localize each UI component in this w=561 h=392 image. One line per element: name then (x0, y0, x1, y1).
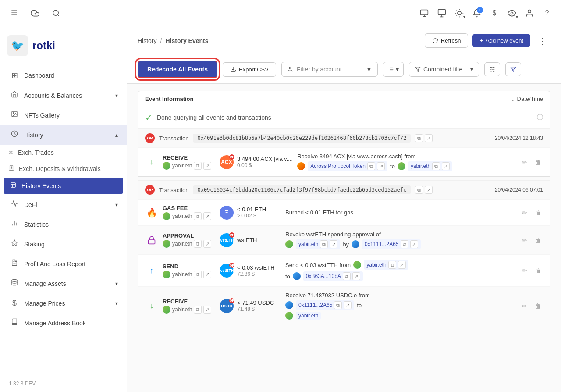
open-send-to[interactable]: ↗ (352, 272, 360, 280)
sidebar-item-staking[interactable]: Staking (0, 234, 127, 254)
token-amount-wsteth-approval: wstETH (237, 237, 257, 243)
eye-icon[interactable]: ▾ (505, 6, 519, 20)
account-avatar-approval (163, 240, 170, 248)
search-icon[interactable] (49, 6, 63, 20)
filter-sort-button[interactable]: ▾ (383, 62, 404, 77)
status-info-icon[interactable]: ⓘ (537, 114, 543, 121)
sidebar-item-prices[interactable]: $ Manage Prices ▾ (0, 293, 127, 313)
copy-usdc-from[interactable]: ⧉ (334, 301, 342, 309)
notification-icon[interactable]: 1 (470, 6, 484, 20)
event-desc-gas: Burned < 0.01 ETH for gas (285, 209, 515, 216)
sidebar-item-address-book[interactable]: Manage Address Book (0, 313, 127, 333)
copy-approval-from[interactable]: ⧉ (320, 240, 328, 248)
sidebar-sub-history-events[interactable]: History Events (4, 178, 123, 194)
edit-event-usdc[interactable]: ✏ (519, 301, 530, 311)
wsteth-send-amount: < 0.03 wstETH (237, 264, 275, 271)
open-acct-approval[interactable]: ↗ (203, 240, 211, 248)
account-icon[interactable] (522, 6, 536, 20)
sidebar-label-accounts: Accounts & Balances (24, 92, 82, 99)
from-avatar (297, 162, 305, 170)
copy-acct-send[interactable]: ⧉ (194, 271, 202, 278)
add-event-button[interactable]: + Add new event (472, 34, 530, 47)
display-icon[interactable] (435, 6, 449, 20)
redecode-button[interactable]: Redecode All Events (138, 61, 217, 78)
open-send-from[interactable]: ↗ (398, 261, 406, 269)
event-token-eth: Ξ < 0.01 ETH > 0.02 $ (220, 206, 281, 220)
column-filter-button[interactable] (484, 62, 500, 76)
delete-event-send[interactable]: 🗑 (533, 265, 543, 276)
copy-hash-2[interactable]: ⧉ (415, 186, 423, 194)
sidebar-item-dashboard[interactable]: ⊞ Dashboard (0, 65, 127, 86)
copy-acct-1[interactable]: ⧉ (194, 162, 202, 170)
eth-usd: > 0.02 $ (237, 213, 266, 219)
filter-account-dropdown[interactable]: Filter by account ▼ (281, 62, 378, 77)
sidebar-item-assets[interactable]: Manage Assets ▾ (0, 274, 127, 293)
active-filter-button[interactable] (505, 62, 521, 76)
copy-from[interactable]: ⧉ (367, 162, 375, 170)
event-row-send: ↑ SEND yabir.eth ⧉ ↗ wstETH OP (138, 254, 550, 286)
open-usdc-from[interactable]: ↗ (344, 301, 352, 309)
delete-event-gas[interactable]: 🗑 (533, 207, 543, 218)
delete-event-usdc[interactable]: 🗑 (533, 301, 543, 311)
open-acct-usdc[interactable]: ↗ (203, 306, 211, 314)
sidebar-sub-exch-trades[interactable]: ✕ Exch. Trades (0, 145, 127, 160)
event-desc-receive-acx: Receive 3494 ACX [via www.across.cash] f… (297, 153, 515, 171)
sidebar-item-statistics[interactable]: Statistics (0, 214, 127, 234)
open-hash-2[interactable]: ↗ (425, 186, 433, 194)
delete-event-approval[interactable]: 🗑 (533, 235, 543, 246)
open-from[interactable]: ↗ (377, 162, 385, 170)
event-actions-receive-usdc: ✏ 🗑 (519, 301, 543, 311)
copy-approval-by[interactable]: ⧉ (401, 240, 408, 248)
events-toolbar: Redecode All Events Export CSV Filter by… (127, 55, 561, 84)
app-layout: 🐦 rotki ⊞ Dashboard Accounts & Balances … (0, 26, 561, 392)
breadcrumb-separator: / (160, 37, 162, 44)
sidebar-item-defi[interactable]: DeFi ▾ (0, 195, 127, 214)
open-approval-by[interactable]: ↗ (410, 240, 418, 248)
code-icon[interactable] (417, 6, 431, 20)
event-account-receive: yabir.eth ⧉ ↗ (163, 162, 215, 170)
svg-point-2 (53, 10, 58, 15)
open-approval-from[interactable]: ↗ (330, 240, 337, 248)
event-label-receive-usdc: RECEIVE (163, 298, 215, 305)
copy-send-to[interactable]: ⧉ (343, 272, 351, 280)
sidebar-item-history[interactable]: History ▴ (0, 125, 127, 145)
breadcrumb-parent[interactable]: History (138, 37, 157, 44)
combined-filter-dropdown[interactable]: Combined filte... ▾ (409, 62, 479, 77)
from-token-name: Across Pro...ocol Token ⧉ ↗ (308, 161, 387, 171)
open-acct-send[interactable]: ↗ (203, 271, 211, 278)
sidebar-item-accounts[interactable]: Accounts & Balances ▾ (0, 86, 127, 105)
sidebar-sub-exch-deposits[interactable]: Exch. Deposits & Withdrawals (0, 160, 127, 177)
app-logo: 🐦 rotki (0, 26, 127, 65)
export-csv-button[interactable]: Export CSV (223, 62, 276, 77)
copy-send-from[interactable]: ⧉ (388, 261, 396, 269)
acx-usd: 0.00 $ (237, 162, 293, 168)
svg-line-11 (457, 10, 457, 11)
nfts-icon (10, 110, 19, 120)
copy-acct-usdc[interactable]: ⧉ (194, 306, 202, 314)
menu-icon[interactable]: ☰ (7, 6, 21, 20)
open-hash-1[interactable]: ↗ (425, 134, 433, 142)
copy-acct-approval[interactable]: ⧉ (194, 240, 202, 248)
currency-icon[interactable]: $ (487, 6, 501, 20)
open-acct-gas[interactable]: ↗ (203, 212, 211, 220)
copy-acct-gas[interactable]: ⧉ (194, 212, 202, 220)
edit-event-send[interactable]: ✏ (519, 265, 530, 276)
more-options-button[interactable]: ⋮ (535, 34, 550, 48)
theme-icon[interactable]: ▾ (452, 6, 466, 20)
refresh-button[interactable]: Refresh (425, 33, 469, 48)
sidebar-item-nfts[interactable]: NFTs Gallery (0, 105, 127, 125)
help-icon[interactable]: ? (540, 6, 554, 20)
sidebar-sub-label-exch-deposits: Exch. Deposits & Withdrawals (19, 165, 101, 172)
copy-to[interactable]: ⧉ (432, 162, 440, 170)
event-label-gas: GAS FEE (163, 205, 215, 211)
delete-event-1[interactable]: 🗑 (533, 157, 543, 167)
cloud-icon[interactable] (28, 6, 42, 20)
sidebar-item-pnl[interactable]: Profit And Loss Report (0, 254, 127, 274)
staking-icon (10, 239, 19, 249)
open-acct-1[interactable]: ↗ (203, 162, 211, 170)
open-to[interactable]: ↗ (442, 162, 450, 170)
copy-hash-1[interactable]: ⧉ (415, 134, 423, 142)
edit-event-approval[interactable]: ✏ (519, 235, 530, 246)
edit-event-1[interactable]: ✏ (519, 157, 530, 167)
edit-event-gas[interactable]: ✏ (519, 207, 530, 218)
